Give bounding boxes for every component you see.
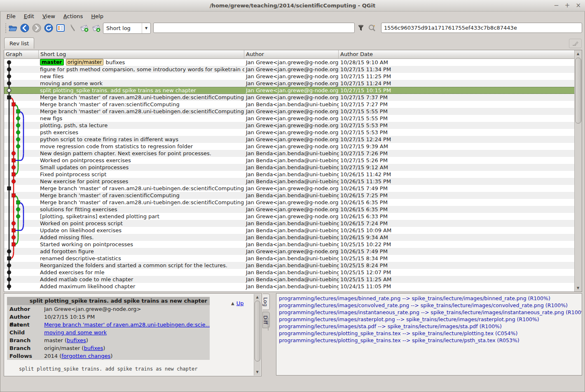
tab-log[interactable]: Log (262, 294, 270, 310)
author-date-cell: 10/25/15 8:34 PM (339, 255, 582, 262)
reload-icon[interactable] (43, 23, 54, 33)
view-list-icon[interactable] (55, 23, 66, 33)
close-button[interactable]: × (576, 2, 581, 9)
file-rename-line[interactable]: programming/lectures/images/sta.pdf --> … (279, 323, 582, 330)
short-log-cell: Merge branch 'master' of raven.am28.uni-… (39, 108, 244, 115)
file-rename-line[interactable]: programming/lectures/images/convolved_ra… (279, 302, 582, 309)
short-log-text: Update on likelihood exercises (40, 227, 122, 233)
table-row[interactable]: Worked on point process scriptJan Benda<… (4, 220, 582, 227)
table-row[interactable]: Started working on pointprocessesJan Ben… (4, 241, 582, 248)
table-row[interactable]: [plotting, spiketrains] extended plottin… (4, 213, 582, 220)
short-log-text: add forgotten figure (40, 248, 94, 254)
vertical-splitter-handle[interactable] (268, 318, 269, 330)
table-row[interactable]: Reorganized the folders and started a co… (4, 262, 582, 269)
table-row[interactable]: Update on likelihood exercisesJan Benda<… (4, 227, 582, 234)
highlight-search-button[interactable] (367, 23, 377, 33)
column-header-author-date[interactable]: Author Date (339, 50, 582, 58)
short-log-text: Worked on point process script (40, 220, 123, 226)
search-input[interactable] (153, 23, 355, 33)
short-log-cell: new files (39, 73, 244, 80)
tab-rev-list[interactable]: Rev list (4, 37, 34, 49)
menu-file[interactable]: File (2, 12, 20, 20)
table-row[interactable]: Merge branch 'master' of raven:scientifi… (4, 101, 582, 108)
rev-list-table: GraphShort LogAuthorAuthor Date masteror… (4, 50, 582, 292)
table-row[interactable]: Small updates on pointprocessesJan Benda… (4, 164, 582, 171)
file-rename-line[interactable]: programming/lectures/plotting_spike_trai… (279, 330, 582, 337)
sha-input[interactable] (381, 23, 582, 33)
rev-list-scrollbar[interactable]: ▲ ▼ (574, 50, 582, 292)
table-row[interactable]: New design pattern chapter. Next exercis… (4, 150, 582, 157)
scroll-down-icon[interactable]: ▼ (254, 369, 260, 375)
scroll-down-icon[interactable]: ▼ (575, 285, 581, 291)
detail-value: origin/master (bufixes) (44, 344, 210, 352)
scroll-up-icon[interactable]: ▲ (575, 51, 581, 57)
menu-actions[interactable]: Actions (59, 12, 87, 20)
author-cell: Jan Grewe<jan.grewe@g-node.org> (244, 59, 339, 66)
wand-icon[interactable] (67, 23, 78, 33)
table-row[interactable]: python script to create firing rates in … (4, 136, 582, 143)
table-row[interactable]: new figsJan Grewe<jan.grewe@g-node.org>1… (4, 115, 582, 122)
back-icon[interactable] (19, 23, 30, 33)
detail-link[interactable]: bufixes (84, 345, 103, 351)
file-rename-line[interactable]: programming/lectures/images/rasterplot.p… (279, 316, 582, 323)
table-row[interactable]: moving and some workJan Grewe<jan.grewe@… (4, 80, 582, 87)
detail-link[interactable]: Merge branch 'master' of raven.am28.uni-… (44, 322, 210, 328)
table-row[interactable]: Worked on pointprocess exercisesJan Bend… (4, 157, 582, 164)
column-header-author[interactable]: Author (244, 50, 339, 58)
table-row[interactable]: solutions for fitting exercisesJan Grewe… (4, 206, 582, 213)
table-row[interactable]: renamed descriptive-statisticsJan Benda<… (4, 255, 582, 262)
open-folder-icon[interactable] (7, 23, 18, 33)
table-row[interactable]: psth exercisesJan Grewe<jan.grewe@g-node… (4, 129, 582, 136)
menu-edit[interactable]: Edit (20, 12, 38, 20)
table-row[interactable]: Merge branch 'master' of raven:scientifi… (4, 192, 582, 199)
table-row[interactable]: figure for psth method comparsion, some … (4, 66, 582, 73)
table-row[interactable]: Merge branch 'master' of raven.am28.uni-… (4, 108, 582, 115)
file-rename-line[interactable]: programming/lectures/plotting_spike_trai… (279, 337, 582, 344)
menu-view[interactable]: View (38, 12, 59, 20)
details-scrollbar[interactable]: ▲ ▼ (254, 294, 261, 376)
up-link[interactable]: Up (236, 300, 244, 306)
table-row[interactable]: add forgotten figureJan Grewe<jan.grewe@… (4, 248, 582, 255)
table-row[interactable]: new filesJan Grewe<jan.grewe@g-node.org>… (4, 73, 582, 80)
scrollbar-thumb[interactable] (575, 58, 581, 124)
table-row[interactable]: Added exercises for mleJan Benda<jan.ben… (4, 269, 582, 276)
filter-button[interactable] (356, 23, 366, 33)
short-log-cell: masterorigin/masterbufixes (39, 59, 244, 66)
table-row[interactable]: Merge branch 'master' of raven.am28.uni-… (4, 94, 582, 101)
column-header-short-log[interactable]: Short Log (39, 50, 244, 58)
view-mode-select[interactable]: Short log ▼ (103, 23, 151, 34)
table-row[interactable]: Merge branch 'master' of raven.am28.uni-… (4, 185, 582, 192)
table-row[interactable]: move regression code from statistics to … (4, 143, 582, 150)
table-row[interactable]: Added matlab code to mle chapterJan Bend… (4, 276, 582, 283)
author-date-cell: 10/26/15 6:35 PM (339, 206, 582, 213)
author-date-cell: 10/25/15 8:24 PM (339, 262, 582, 269)
title-bar[interactable]: /home/grewe/teaching/2014/scientificComp… (0, 0, 585, 12)
minimize-button[interactable]: − (554, 2, 559, 9)
table-row[interactable]: Merge branch 'master' of raven.am28.uni-… (4, 199, 582, 206)
toggle-highlight-button[interactable] (569, 39, 582, 48)
forward-icon[interactable] (31, 23, 42, 33)
graph-cell (4, 178, 39, 185)
scrollbar-thumb[interactable] (255, 301, 260, 362)
table-row[interactable]: Added missing files.Jan Benda<jan.benda@… (4, 234, 582, 241)
scroll-up-icon[interactable]: ▲ (254, 294, 260, 300)
table-row[interactable]: plotting, psth, sta lectureJan Grewe<jan… (4, 122, 582, 129)
toolbar-drag-handle[interactable] (5, 23, 6, 33)
menu-help[interactable]: Help (87, 12, 108, 20)
save-patch-icon[interactable] (79, 23, 90, 33)
table-row[interactable]: New exercise for point processesJan Bend… (4, 178, 582, 185)
short-log-text: figure for psth method comparsion, some … (40, 66, 244, 72)
table-row[interactable]: split plotting_spike trains. add spike t… (4, 87, 582, 94)
tab-diff[interactable]: Diff (262, 312, 270, 328)
detail-link[interactable]: moving and some work (44, 329, 107, 336)
detail-link[interactable]: forgotten changes (61, 353, 110, 359)
table-row[interactable]: Fixed pointprocess scriptJan Benda<jan.b… (4, 171, 582, 178)
maximize-button[interactable]: + (565, 2, 570, 9)
detail-link[interactable]: bufixes (67, 337, 86, 343)
file-rename-line[interactable]: programming/lectures/images/instantaneou… (279, 309, 582, 316)
column-header-graph[interactable]: Graph (4, 50, 39, 58)
table-row[interactable]: Added maximum likelihood chapterJan Bend… (4, 283, 582, 290)
apply-patch-icon[interactable] (91, 23, 102, 33)
table-row[interactable]: masterorigin/masterbufixesJan Grewe<jan.… (4, 59, 582, 66)
file-rename-line[interactable]: programming/lectures/images/binned_rate.… (279, 295, 582, 302)
